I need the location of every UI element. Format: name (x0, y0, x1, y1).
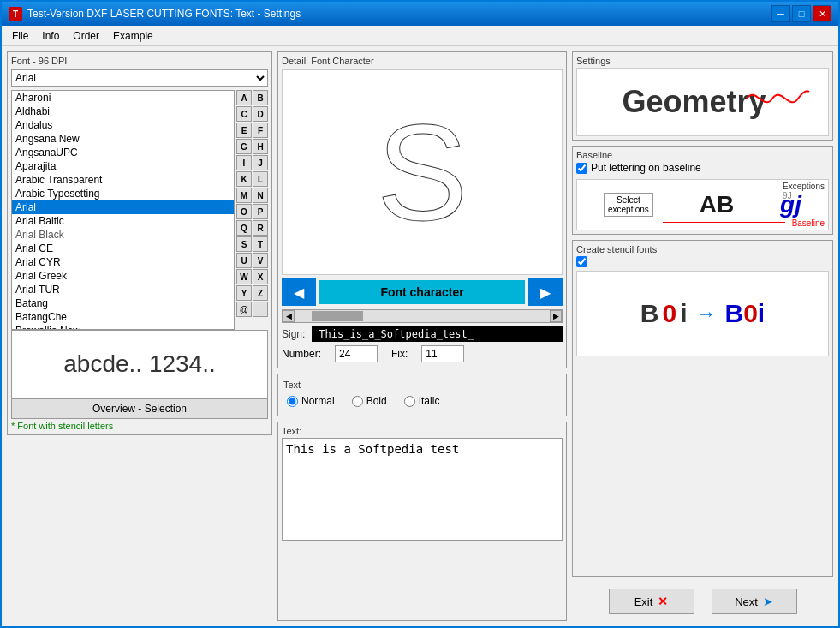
menu-example[interactable]: Example (106, 28, 160, 44)
font-item-arialcyr[interactable]: Arial CYR (12, 255, 234, 269)
char-preview: S (282, 69, 563, 275)
fix-input[interactable] (421, 345, 464, 362)
letter-btn-v[interactable]: V (253, 253, 268, 268)
font-item-arialgreek[interactable]: Arial Greek (12, 269, 234, 283)
letter-btn-y[interactable]: Y (236, 285, 252, 301)
menu-info[interactable]: Info (35, 28, 66, 44)
prev-char-button[interactable]: ◀ (282, 278, 316, 306)
letter-btn-q[interactable]: Q (236, 220, 252, 236)
letter-btn-t[interactable]: T (253, 236, 268, 252)
letter-row-cd: C D (236, 106, 268, 122)
stencil-panel-title: Create stencil fonts (576, 244, 829, 254)
font-item-arialblack[interactable]: Arial Black (12, 228, 234, 242)
text-input[interactable]: This is a Softpedia test (282, 438, 563, 541)
radio-normal-label: Normal (301, 395, 335, 407)
number-label: Number: (282, 348, 321, 360)
radio-normal[interactable]: Normal (287, 395, 335, 407)
detail-panel-title: Detail: Font Character (282, 56, 563, 66)
letter-btn-a[interactable]: A (236, 90, 252, 105)
text-style-title: Text (283, 380, 561, 390)
menu-file[interactable]: File (5, 28, 35, 44)
letter-btn-n[interactable]: N (253, 188, 268, 203)
letter-btn-j[interactable]: J (253, 155, 268, 170)
radio-bold[interactable]: Bold (352, 395, 387, 407)
stencil-b2-letter: B (725, 299, 744, 327)
letter-row-op: O P (236, 204, 268, 219)
letter-btn-f[interactable]: F (253, 123, 268, 138)
text-area-panel: Text: This is a Softpedia test (277, 422, 567, 621)
font-item-aldhabi[interactable]: Aldhabi (12, 105, 234, 118)
font-combo[interactable]: Arial (11, 69, 268, 87)
letter-btn-c[interactable]: C (236, 106, 252, 122)
font-item-browallia[interactable]: Browallia New (12, 324, 234, 330)
font-item-angsana[interactable]: Angsana New (12, 132, 234, 146)
menu-order[interactable]: Order (66, 28, 106, 44)
letter-btn-s[interactable]: S (236, 236, 252, 252)
letter-btn-u[interactable]: U (236, 253, 252, 268)
letter-btn-at[interactable]: @ (236, 302, 252, 317)
radio-italic[interactable]: Italic (404, 395, 440, 407)
next-char-button[interactable]: ▶ (528, 278, 563, 306)
font-item-aharoni[interactable]: Aharoni (12, 91, 234, 105)
font-item-aparajita[interactable]: Aparajita (12, 159, 234, 173)
number-input[interactable] (335, 345, 378, 362)
font-item-arabictype[interactable]: Arabic Typesetting (12, 187, 234, 200)
exit-button[interactable]: Exit ✕ (609, 589, 694, 614)
radio-normal-input[interactable] (287, 396, 298, 407)
stencil-check-row (576, 256, 829, 267)
letter-btn-i[interactable]: I (236, 155, 252, 170)
letter-btn-h[interactable]: H (253, 139, 268, 154)
minimize-button[interactable]: ─ (771, 5, 790, 22)
font-item-arialbaltic[interactable]: Arial Baltic (12, 214, 234, 228)
font-item-andalus[interactable]: Andalus (12, 118, 234, 132)
baseline-check-row: Put lettering on baseline (576, 162, 829, 174)
letter-row-st: S T (236, 236, 268, 252)
main-content: Font - 96 DPI Arial Aharoni Aldhabi Anda… (2, 46, 838, 626)
radio-italic-input[interactable] (404, 396, 415, 407)
letter-btn-k[interactable]: K (236, 171, 252, 187)
font-list[interactable]: Aharoni Aldhabi Andalus Angsana New Angs… (11, 90, 235, 330)
font-item-batangche[interactable]: BatangChe (12, 310, 234, 324)
font-item-angsanaupc[interactable]: AngsanaUPC (12, 146, 234, 159)
overview-selection-button[interactable]: Overview - Selection (11, 398, 268, 419)
letter-btn-o[interactable]: O (236, 204, 252, 219)
radio-bold-input[interactable] (352, 396, 363, 407)
font-item-arialtur[interactable]: Arial TUR (12, 283, 234, 296)
select-exceptions-button[interactable]: Select exceptions (604, 193, 653, 217)
letter-btn-g[interactable]: G (236, 139, 252, 154)
maximize-button[interactable]: □ (792, 5, 811, 22)
baseline-checkbox[interactable] (576, 163, 587, 174)
next-label: Next (735, 595, 758, 608)
letter-btn-x[interactable]: X (253, 269, 268, 284)
text-style-panel: Text Normal Bold Italic (277, 374, 567, 416)
exceptions-label: Exceptions 9J (783, 182, 825, 200)
font-char-nav-row: ◀ Font character ▶ (282, 278, 563, 306)
geometry-box: Geometry (576, 68, 829, 136)
font-preview-box: abcde.. 1234.. (11, 330, 268, 398)
font-item-batang[interactable]: Batang (12, 296, 234, 310)
text-area-label: Text: (282, 426, 563, 436)
next-button[interactable]: Next ➤ (712, 589, 797, 614)
letter-btn-z[interactable]: Z (253, 285, 268, 301)
radio-bold-label: Bold (366, 395, 387, 407)
font-item-arial[interactable]: Arial (12, 200, 234, 214)
letter-btn-l[interactable]: L (253, 171, 268, 187)
letter-row-ij: I J (236, 155, 268, 170)
menu-bar: File Info Order Example (2, 26, 838, 46)
scroll-left-btn[interactable]: ◀ (283, 310, 295, 322)
close-button[interactable]: ✕ (813, 5, 831, 22)
letter-btn-p[interactable]: P (253, 204, 268, 219)
letter-btn-d[interactable]: D (253, 106, 268, 122)
font-item-arialce[interactable]: Arial CE (12, 242, 234, 255)
font-item-arabictrans[interactable]: Arabic Transparent (12, 173, 234, 187)
letter-btn-b[interactable]: B (253, 90, 268, 105)
letter-btn-m[interactable]: M (236, 188, 252, 203)
letter-btn-e[interactable]: E (236, 123, 252, 138)
main-window: T Test-Version DXF LASER CUTTING FONTS: … (0, 0, 840, 628)
sign-row: Sign: This_is_a_Softpedia_test_ (282, 326, 563, 342)
char-scroll-bar[interactable]: ◀ ▶ (282, 309, 563, 323)
scroll-right-btn[interactable]: ▶ (550, 310, 562, 322)
stencil-checkbox[interactable] (576, 256, 587, 267)
letter-btn-r[interactable]: R (253, 220, 268, 236)
letter-btn-w[interactable]: W (236, 269, 252, 284)
